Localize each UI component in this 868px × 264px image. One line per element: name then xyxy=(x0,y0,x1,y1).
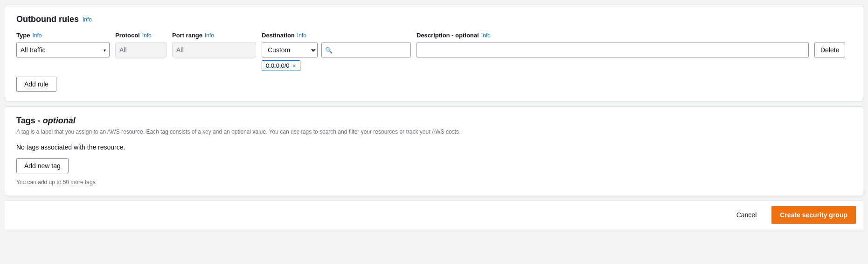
tags-footer: You can add up to 50 more tags xyxy=(16,179,852,186)
cancel-button[interactable]: Cancel xyxy=(729,209,764,221)
destination-cell: Custom Anywhere-IPv4 Anywhere-IPv6 My IP… xyxy=(262,43,411,71)
destination-info-link[interactable]: Info xyxy=(297,32,306,39)
create-security-group-button[interactable]: Create security group xyxy=(771,206,856,224)
add-rule-section: Add rule xyxy=(16,77,852,92)
portrange-readonly: All xyxy=(172,43,256,57)
add-new-tag-button[interactable]: Add new tag xyxy=(16,158,69,173)
destination-wrapper: Custom Anywhere-IPv4 Anywhere-IPv6 My IP… xyxy=(262,43,411,71)
portrange-cell: All xyxy=(172,43,256,57)
outbound-rules-heading: Outbound rules xyxy=(16,14,79,24)
table-header: Type Info Protocol Info Port range Info … xyxy=(16,32,852,39)
type-info-link[interactable]: Info xyxy=(32,32,42,39)
tags-subtitle: A tag is a label that you assign to an A… xyxy=(16,128,852,136)
destination-type-select[interactable]: Custom Anywhere-IPv4 Anywhere-IPv6 My IP xyxy=(262,43,318,57)
tags-card: Tags - optional A tag is a label that yo… xyxy=(5,106,863,195)
destination-top: Custom Anywhere-IPv4 Anywhere-IPv6 My IP… xyxy=(262,43,411,57)
no-tags-text: No tags associated with the resource. xyxy=(16,143,852,151)
description-input[interactable] xyxy=(417,43,809,57)
protocol-info-link[interactable]: Info xyxy=(142,32,152,39)
destination-tag-remove-icon[interactable]: × xyxy=(292,63,296,69)
protocol-cell: All xyxy=(115,43,167,57)
description-cell xyxy=(417,43,809,57)
destination-tags-row: 0.0.0.0/0 × xyxy=(262,60,411,71)
destination-tag-pill: 0.0.0.0/0 × xyxy=(262,60,300,71)
type-cell: All traffic Custom TCP Custom UDP All TC… xyxy=(16,43,110,57)
description-info-link[interactable]: Info xyxy=(481,32,491,39)
destination-tag-value: 0.0.0.0/0 xyxy=(266,62,290,69)
outbound-rules-title: Outbound rules Info xyxy=(16,14,852,24)
type-select[interactable]: All traffic Custom TCP Custom UDP All TC… xyxy=(16,43,110,57)
destination-search-input[interactable] xyxy=(321,43,411,57)
destination-search-wrap: 🔍 xyxy=(321,43,411,57)
col-header-portrange: Port range Info xyxy=(172,32,256,39)
destination-select-wrapper: Custom Anywhere-IPv4 Anywhere-IPv6 My IP… xyxy=(262,43,318,57)
protocol-readonly: All xyxy=(115,43,167,57)
type-select-wrapper: All traffic Custom TCP Custom UDP All TC… xyxy=(16,43,110,57)
col-header-description: Description - optional Info xyxy=(417,32,809,39)
col-header-destination: Destination Info xyxy=(262,32,411,39)
tags-title: Tags - optional xyxy=(16,116,852,126)
col-header-protocol: Protocol Info xyxy=(115,32,167,39)
delete-rule-button[interactable]: Delete xyxy=(814,43,845,57)
outbound-rules-card: Outbound rules Info Type Info Protocol I… xyxy=(5,5,863,101)
add-rule-button[interactable]: Add rule xyxy=(16,77,56,92)
outbound-rules-info-link[interactable]: Info xyxy=(83,16,92,23)
portrange-info-link[interactable]: Info xyxy=(205,32,214,39)
bottom-bar: Cancel Create security group xyxy=(5,200,863,229)
action-cell: Delete xyxy=(814,43,852,57)
outbound-rule-row: All traffic Custom TCP Custom UDP All TC… xyxy=(16,43,852,71)
col-header-type: Type Info xyxy=(16,32,110,39)
